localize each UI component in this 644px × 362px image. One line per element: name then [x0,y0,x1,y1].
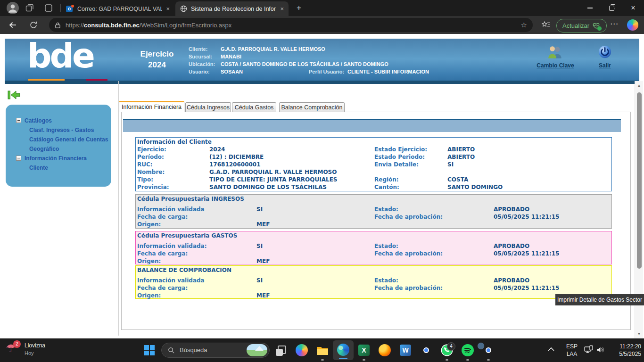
section-title: BALANCE DE COMPROBACION [137,267,610,274]
actualizar-label: Actualizar [562,22,589,29]
tab-cedula-ingresos[interactable]: Cédula Ingresos [185,102,231,112]
browser-toolbar: https://consulta.bde.fin.ec/WebSim/Login… [0,16,644,34]
excel-icon[interactable]: X [358,345,370,356]
profile-badge [477,342,485,350]
taskbar-search[interactable]: Búsqueda [161,343,270,358]
info-row: Período:(12) : DICIEMBREEstado Periodo:A… [137,153,610,161]
scroll-up-icon[interactable]: ▲ [635,83,643,88]
whatsapp-icon[interactable]: 4 [441,344,453,356]
browser-tab-sistema[interactable]: Sistema de Recoleccion de Inform × [175,1,289,16]
tab-title: Sistema de Recoleccion de Inform [191,6,276,12]
task-view-icon[interactable] [276,346,286,356]
tab-balance-comprobacion[interactable]: Balance Comprobación [279,102,345,112]
header-row-usuario: Usuario:SOSAAN Perfil Usuario:CLIENTE - … [189,69,556,75]
running-indicator [321,359,324,361]
restore-icon [609,6,614,11]
language-indicator[interactable]: ESPLAA [564,343,580,358]
running-indicator [466,359,469,361]
refresh-icon[interactable] [29,21,38,29]
lock-icon [55,22,61,29]
browser-tabstrip: o Correo: GAD PARROQUIAL VALLE × Sistema… [0,0,644,16]
windows-start-icon[interactable] [144,345,155,355]
restore-button[interactable] [601,0,622,16]
firefox-icon[interactable] [379,344,391,356]
browser-menu-icon[interactable]: ⋯ [610,19,618,29]
spotify-icon[interactable] [462,344,474,356]
sidebar-item-geografico[interactable]: Geográfico [6,144,111,154]
tab-informacion-financiera[interactable]: Información Financiera [119,101,184,112]
search-icon [168,347,175,354]
close-icon: × [631,4,635,12]
close-tab-icon[interactable]: × [280,6,284,12]
close-tab-icon[interactable]: × [166,6,170,12]
edge-taskbar-button[interactable] [333,340,354,360]
outlook-icon: o [66,5,74,13]
users-icon[interactable] [547,45,564,59]
favorite-star-icon[interactable]: ☆ [521,21,527,29]
weather-condition: Llovizna [25,342,45,349]
cedula-gastos-box: Cédula Presupuestaria GASTOS Información… [135,231,612,264]
page-body: bde Ejercicio2024 Cliente:G.A.D. PARROQU… [0,34,644,338]
section-row: Información validadaSIEstado:APROBADO [137,206,610,213]
section-row: Origen:MEF [137,292,610,299]
scrollbar-thumb[interactable] [637,92,642,269]
url-bar[interactable]: https://consulta.bde.fin.ec/WebSim/Login… [49,18,533,32]
browser-profile-avatar[interactable] [7,2,19,14]
ejercicio-title: Ejercicio2024 [122,49,192,71]
edge-icon [337,344,349,356]
copilot-taskbar-icon[interactable] [296,344,308,356]
section-row: Fecha de carga:Fecha de aprobación:05/05… [137,213,610,221]
salir-link[interactable]: Salir [579,62,631,69]
menu-tree: Catálogos Clasf. Ingresos - Gastos Catál… [6,116,111,173]
close-window-button[interactable]: × [622,0,644,16]
copilot-icon[interactable] [627,19,638,31]
power-icon[interactable] [598,45,612,59]
browser-tab-correo[interactable]: o Correo: GAD PARROQUIAL VALLE × [61,1,174,16]
sidebar-item-cliente[interactable]: Cliente [6,163,111,173]
sidebar-item-catalogo-general-cuentas[interactable]: Catálogo General de Cuentas [6,135,111,144]
favorites-bar-icon[interactable] [541,20,551,30]
sidebar-item-clasf-ingresos-gastos[interactable]: Clasf. Ingresos - Gastos [6,125,111,135]
header-row-ubicacion: Ubicación:COSTA / SANTO DOMINGO DE LOS T… [189,61,556,68]
header-row-cliente: Cliente:G.A.D. PARROQUIAL R. VALLE HERMO… [189,46,556,53]
info-row: Nombre:G.A.D. PARROQUIAL R. VALLE HERMOS… [137,168,610,176]
tooltip-imprimir-detalle: Imprimir Detalle de Gastos Sector [555,294,644,305]
minimize-button[interactable] [579,0,601,16]
sidebar-item-informacion-financiera[interactable]: Información Financiera [6,154,111,163]
info-row: Provincia:SANTO DOMINGO DE LOS TSÁCHILAS… [137,183,610,191]
tray-chevron-up-icon[interactable] [548,347,554,352]
sidebar-item-catalogos[interactable]: Catálogos [6,116,111,125]
panel-toolbar-bar [123,119,621,132]
bde-logo-underline [28,79,107,81]
file-explorer-icon[interactable] [316,344,329,356]
search-placeholder: Búsqueda [180,346,207,354]
network-icon[interactable] [584,345,594,354]
clock[interactable]: 11:22:20 5/5/2025 [607,343,641,358]
collapse-node-icon[interactable] [16,118,21,123]
scroll-down-icon[interactable]: ▼ [635,332,643,336]
tab-title: Correo: GAD PARROQUIAL VALLE [77,6,162,12]
back-icon[interactable] [8,21,17,29]
collapse-menu-icon[interactable] [8,90,20,100]
section-title: Cédula Presupuestaria INGRESOS [137,196,610,203]
bde-logo: bde [27,36,93,75]
workspaces-icon[interactable] [25,4,34,12]
collapse-node-icon[interactable] [16,156,21,161]
whatsapp-badge: 4 [447,342,455,351]
volume-icon[interactable] [596,346,605,354]
word-icon[interactable]: W [400,345,411,356]
new-tab-button[interactable]: + [293,2,305,14]
globe-icon [180,5,187,12]
section-row: Información validadaSIEstado:APROBADO [137,277,610,284]
search-highlight-image[interactable] [247,344,267,356]
section-row: Información validada:SIEstado:APROBADO [137,242,610,250]
content-divider [118,81,119,336]
tab-actions-icon[interactable] [44,4,53,12]
tab-cedula-gastos[interactable]: Cédula Gastos [232,102,276,112]
client-info-box: Información del Cliente Ejercicio:2024Es… [135,137,612,191]
running-indicator [363,359,365,361]
running-indicator [446,359,448,361]
actualizar-button[interactable]: Actualizar [556,19,607,33]
url-text: https://consulta.bde.fin.ec/WebSim/Login… [66,22,516,29]
cambio-clave-link[interactable]: Cambio Clave [529,62,581,69]
